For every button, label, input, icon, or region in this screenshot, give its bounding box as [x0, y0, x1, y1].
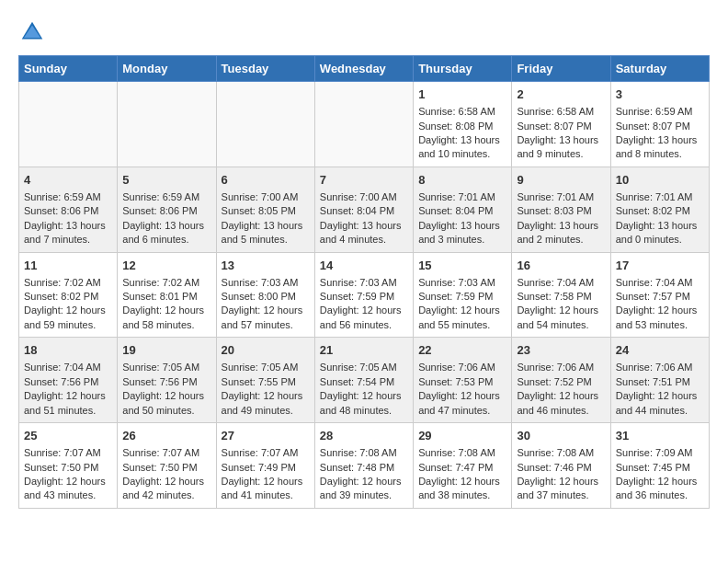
- day-info-line: Daylight: 13 hours: [418, 134, 500, 145]
- header-cell-saturday: Saturday: [610, 56, 709, 82]
- day-cell: 27Sunrise: 7:07 AMSunset: 7:49 PMDayligh…: [216, 423, 314, 509]
- day-cell: 1Sunrise: 6:58 AMSunset: 8:08 PMDaylight…: [414, 82, 512, 167]
- day-info-line: Sunrise: 7:06 AM: [517, 362, 594, 373]
- day-info-line: Daylight: 12 hours: [320, 390, 402, 401]
- day-info-line: and 9 minutes.: [517, 148, 583, 159]
- day-cell: 4Sunrise: 6:59 AMSunset: 8:06 PMDaylight…: [19, 167, 118, 252]
- header-row: SundayMondayTuesdayWednesdayThursdayFrid…: [19, 56, 710, 82]
- day-info-line: Sunrise: 7:08 AM: [517, 447, 594, 458]
- day-info-line: Daylight: 13 hours: [24, 220, 106, 231]
- day-number: 17: [616, 258, 704, 274]
- day-number: 8: [418, 172, 506, 189]
- day-info-line: Sunrise: 7:04 AM: [616, 277, 693, 288]
- day-info-line: and 44 minutes.: [616, 405, 688, 416]
- day-info-line: and 5 minutes.: [222, 234, 288, 245]
- day-info-line: Sunrise: 7:09 AM: [616, 447, 693, 458]
- day-cell: 3Sunrise: 6:59 AMSunset: 8:07 PMDaylight…: [610, 82, 709, 167]
- day-cell: 13Sunrise: 7:03 AMSunset: 8:00 PMDayligh…: [216, 252, 314, 338]
- day-cell: [19, 82, 118, 167]
- day-number: 13: [222, 258, 310, 274]
- day-info-line: Daylight: 12 hours: [222, 304, 303, 316]
- day-info-line: Sunrise: 7:03 AM: [320, 277, 397, 288]
- day-info-line: Daylight: 12 hours: [320, 476, 402, 487]
- day-info-line: Daylight: 12 hours: [24, 390, 106, 401]
- day-info-line: Daylight: 13 hours: [418, 220, 500, 231]
- day-info-line: and 2 minutes.: [517, 234, 583, 245]
- day-cell: [216, 82, 314, 167]
- day-number: 25: [24, 428, 112, 444]
- day-number: 16: [517, 258, 605, 274]
- day-info-line: and 48 minutes.: [320, 405, 392, 416]
- day-info-line: Sunset: 8:02 PM: [24, 291, 98, 302]
- day-number: 21: [320, 342, 408, 359]
- day-info-line: Daylight: 13 hours: [517, 220, 598, 231]
- day-info-line: and 46 minutes.: [517, 405, 588, 416]
- day-info-line: Sunrise: 7:03 AM: [418, 277, 495, 288]
- day-info-line: Sunrise: 7:08 AM: [320, 447, 397, 458]
- day-info-line: and 4 minutes.: [320, 234, 386, 245]
- day-info-line: Sunset: 7:52 PM: [517, 376, 591, 387]
- day-info-line: Daylight: 12 hours: [616, 390, 698, 401]
- day-info-line: Daylight: 12 hours: [222, 476, 303, 487]
- day-cell: 24Sunrise: 7:06 AMSunset: 7:51 PMDayligh…: [610, 338, 709, 423]
- day-info-line: and 51 minutes.: [24, 405, 96, 416]
- day-info-line: Sunrise: 6:58 AM: [517, 106, 594, 117]
- day-info-line: and 53 minutes.: [616, 319, 688, 330]
- day-info-line: Sunrise: 7:07 AM: [122, 447, 199, 458]
- day-info-line: and 57 minutes.: [222, 319, 293, 330]
- day-number: 3: [616, 86, 704, 103]
- day-number: 14: [320, 258, 408, 274]
- day-info-line: Sunset: 8:04 PM: [320, 205, 394, 216]
- day-info-line: Daylight: 12 hours: [616, 476, 698, 487]
- day-info-line: Sunrise: 7:01 AM: [616, 191, 693, 202]
- day-cell: 26Sunrise: 7:07 AMSunset: 7:50 PMDayligh…: [118, 423, 216, 509]
- day-info-line: and 42 minutes.: [122, 489, 194, 500]
- day-info-line: and 47 minutes.: [418, 405, 490, 416]
- day-info-line: Sunset: 8:00 PM: [222, 291, 296, 302]
- day-info-line: Sunrise: 7:06 AM: [418, 362, 495, 373]
- day-info-line: Sunset: 8:06 PM: [122, 205, 197, 216]
- day-info-line: Sunset: 7:59 PM: [320, 291, 394, 302]
- header: [18, 18, 710, 46]
- header-cell-sunday: Sunday: [19, 56, 118, 82]
- day-info-line: and 10 minutes.: [418, 148, 490, 159]
- day-cell: 8Sunrise: 7:01 AMSunset: 8:04 PMDaylight…: [414, 167, 512, 252]
- day-cell: [314, 82, 413, 167]
- day-info-line: Sunrise: 7:05 AM: [320, 362, 397, 373]
- day-info-line: Daylight: 12 hours: [24, 476, 106, 487]
- day-cell: 14Sunrise: 7:03 AMSunset: 7:59 PMDayligh…: [314, 252, 413, 338]
- day-cell: 6Sunrise: 7:00 AMSunset: 8:05 PMDaylight…: [216, 167, 314, 252]
- day-info-line: Daylight: 12 hours: [418, 304, 500, 316]
- week-row-4: 18Sunrise: 7:04 AMSunset: 7:56 PMDayligh…: [19, 338, 710, 423]
- calendar-body: 1Sunrise: 6:58 AMSunset: 8:08 PMDaylight…: [19, 82, 710, 509]
- day-info-line: Sunrise: 7:06 AM: [616, 362, 693, 373]
- day-number: 27: [222, 428, 310, 444]
- day-info-line: Sunrise: 7:00 AM: [320, 191, 397, 202]
- day-info-line: Sunrise: 7:07 AM: [222, 447, 299, 458]
- day-cell: 22Sunrise: 7:06 AMSunset: 7:53 PMDayligh…: [414, 338, 512, 423]
- day-info-line: Sunset: 8:04 PM: [418, 205, 493, 216]
- day-info-line: and 50 minutes.: [122, 405, 194, 416]
- day-info-line: and 56 minutes.: [320, 319, 392, 330]
- day-info-line: Sunset: 8:07 PM: [616, 121, 690, 132]
- day-info-line: Sunset: 7:46 PM: [517, 462, 591, 473]
- week-row-2: 4Sunrise: 6:59 AMSunset: 8:06 PMDaylight…: [19, 167, 710, 252]
- day-cell: 20Sunrise: 7:05 AMSunset: 7:55 PMDayligh…: [216, 338, 314, 423]
- day-info-line: Sunrise: 7:02 AM: [122, 277, 199, 288]
- day-info-line: Sunrise: 7:05 AM: [122, 362, 199, 373]
- day-info-line: and 36 minutes.: [616, 489, 688, 500]
- day-info-line: and 3 minutes.: [418, 234, 484, 245]
- day-number: 24: [616, 342, 704, 359]
- day-info-line: and 49 minutes.: [222, 405, 293, 416]
- day-info-line: Daylight: 12 hours: [222, 390, 303, 401]
- day-info-line: Sunset: 8:05 PM: [222, 205, 296, 216]
- header-cell-thursday: Thursday: [414, 56, 512, 82]
- day-info-line: Sunrise: 6:59 AM: [24, 191, 101, 202]
- day-cell: 19Sunrise: 7:05 AMSunset: 7:56 PMDayligh…: [118, 338, 216, 423]
- day-info-line: Daylight: 12 hours: [24, 304, 106, 316]
- day-cell: 23Sunrise: 7:06 AMSunset: 7:52 PMDayligh…: [512, 338, 610, 423]
- day-number: 23: [517, 342, 605, 359]
- day-info-line: Sunrise: 7:01 AM: [517, 191, 594, 202]
- day-number: 29: [418, 428, 506, 444]
- day-number: 9: [517, 172, 605, 189]
